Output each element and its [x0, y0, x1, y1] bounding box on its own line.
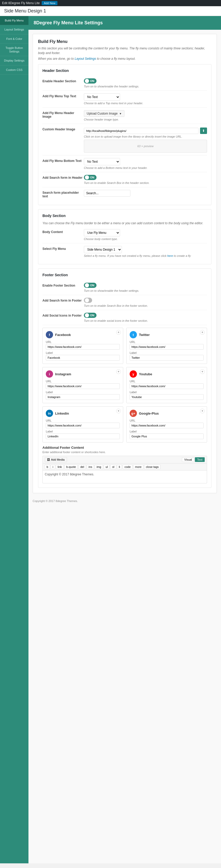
select-fly-menu-select[interactable]: Side Menu Design 1: [84, 246, 122, 253]
social-add-button-instagram[interactable]: +: [116, 369, 121, 374]
format-toolbar: bilinkb-quotedelinsimgulollicodemoreclos…: [42, 464, 207, 470]
footer-search-control: Turn on to enable Search Box in the foot…: [84, 298, 207, 307]
social-card-title-facebook: Facebook: [55, 333, 71, 337]
social-label-input-facebook[interactable]: [46, 355, 120, 361]
social-add-button-facebook[interactable]: +: [116, 330, 121, 335]
social-url-label-linkedin: URL: [46, 419, 120, 422]
sidebar-item-layout-settings[interactable]: Layout Settings: [0, 25, 28, 34]
social-label-input-youtube[interactable]: [130, 394, 204, 400]
social-icons-row: Add Social Icons in Footer ON Turn on to…: [42, 310, 207, 325]
social-url-input-linkedin[interactable]: [46, 423, 120, 428]
format-btn-img[interactable]: img: [95, 465, 103, 469]
format-btn-ul[interactable]: ul: [104, 465, 110, 469]
add-new-button[interactable]: Add New: [42, 1, 58, 5]
social-url-label-facebook: URL: [46, 340, 120, 343]
bottom-text-hint: Choose to add a Bottom menu text in your…: [84, 166, 207, 169]
social-label-label-instagram: Label: [46, 391, 120, 394]
social-label-input-googleplus[interactable]: [130, 433, 204, 439]
social-label-input-twitter[interactable]: [130, 355, 204, 361]
copyright-text: Copyright © 2017 8degree Themes.: [28, 497, 221, 503]
build-fly-menu-desc1: In this section you will be controlling …: [38, 46, 212, 55]
enable-footer-control: ON Turn on to show/enable the header set…: [84, 283, 207, 292]
layout-settings-link[interactable]: Layout Settings: [74, 57, 96, 61]
add-media-button[interactable]: 🖼 Add Media: [45, 457, 67, 462]
body-section-desc: You can choose the Fly menu border to be…: [42, 221, 207, 225]
sidebar-item-build-fly-menu[interactable]: Build Fly Menu: [0, 16, 28, 25]
social-url-label-twitter: URL: [130, 340, 204, 343]
header-section: Header Section Enable Header Section ON …: [38, 64, 212, 205]
body-content-control: Use Fly Menu Custom Content Choose body …: [84, 229, 207, 241]
upload-btn-arrow: ▼: [119, 112, 122, 115]
header-image-row: Add Fly Menu Header Image Upload Custom …: [42, 107, 207, 124]
social-url-input-youtube[interactable]: [130, 383, 204, 389]
bottom-text-control: No Text Custom Text Choose to add a Bott…: [84, 158, 207, 169]
social-icons-control: ON Turn on to enable social icons in the…: [84, 313, 207, 322]
social-card-title-twitter: Twitter: [139, 333, 150, 337]
body-content-row: Body Content Use Fly Menu Custom Content…: [42, 226, 207, 243]
sidebar-item-display-settings[interactable]: Display Settings: [0, 56, 28, 65]
editor-mode-buttons: Visual Text: [182, 457, 205, 462]
social-add-button-linkedin[interactable]: +: [116, 409, 121, 413]
bottom-text-select[interactable]: No Text Custom Text: [84, 158, 120, 165]
visual-mode-button[interactable]: Visual: [182, 457, 194, 462]
upload-icon-button[interactable]: ⬆: [200, 127, 207, 134]
social-card-twitter: + t Twitter URL Label: [126, 328, 207, 364]
social-label-input-instagram[interactable]: [46, 394, 120, 400]
social-icons-toggle[interactable]: ON: [84, 313, 97, 318]
format-btn-more[interactable]: more: [133, 465, 144, 469]
format-btn-link[interactable]: link: [56, 465, 64, 469]
format-btn-ins[interactable]: ins: [87, 465, 94, 469]
top-bar-title: Edit 8Degree Fly Menu Lite: [2, 1, 40, 5]
text-mode-button[interactable]: Text: [195, 457, 205, 462]
format-btn-ol[interactable]: ol: [110, 465, 116, 469]
social-add-button-youtube[interactable]: +: [200, 369, 205, 374]
enable-footer-toggle[interactable]: ON: [84, 283, 97, 288]
top-text-select[interactable]: No Text Custom Text: [84, 93, 120, 101]
sidebar-item-font-color[interactable]: Font & Color: [0, 34, 28, 43]
format-btn-b-quote[interactable]: b-quote: [64, 465, 77, 469]
social-url-label-googleplus: URL: [130, 419, 204, 422]
top-text-row: Add Fly Menu Top Text No Text Custom Tex…: [42, 91, 207, 107]
format-btn-del[interactable]: del: [78, 465, 86, 469]
social-url-input-googleplus[interactable]: [130, 423, 204, 428]
format-btn-i[interactable]: i: [51, 465, 55, 469]
search-placeholder-control: [84, 190, 207, 196]
social-label-input-linkedin[interactable]: [46, 433, 120, 439]
build-fly-menu-section: Build Fly Menu In this section you will …: [33, 34, 217, 493]
sidebar-item-custom-css[interactable]: Custom CSS: [0, 65, 28, 74]
format-btn-close-tags[interactable]: close tags: [144, 465, 161, 469]
social-url-input-instagram[interactable]: [46, 383, 120, 389]
top-text-hint: Choose to add a Top menu text in your he…: [84, 102, 207, 105]
toggle-circle: [85, 79, 89, 83]
add-media-label: Add Media: [51, 458, 65, 461]
social-icon-instagram: i: [46, 370, 53, 378]
enable-header-hint: Turn on to show/enable the header settin…: [84, 85, 207, 88]
social-url-input-twitter[interactable]: [130, 344, 204, 350]
social-card-instagram: + i Instagram URL Label: [42, 367, 123, 403]
toggle-on-label: ON: [90, 284, 94, 287]
format-btn-b[interactable]: b: [45, 465, 50, 469]
custom-header-image-input[interactable]: [84, 128, 198, 134]
desc2-end-text: to choose a fly menu layout.: [97, 57, 136, 61]
social-url-input-facebook[interactable]: [46, 344, 120, 350]
sidebar-item-toggle-button-settings[interactable]: Toggle Button Settings: [0, 43, 28, 56]
social-add-button-twitter[interactable]: +: [200, 330, 205, 335]
format-btn-code[interactable]: code: [123, 465, 132, 469]
search-placeholder-input[interactable]: [84, 190, 130, 196]
editor-area[interactable]: Copyright © 2017 8degree Themes.: [42, 470, 207, 484]
page-subtitle: Side Menu Design 1: [0, 6, 221, 16]
top-text-label: Add Fly Menu Top Text: [42, 93, 84, 98]
create-fly-menu-link[interactable]: here: [167, 254, 173, 257]
upload-custom-image-button[interactable]: Upload Custom Image ▼: [84, 110, 124, 117]
footer-search-toggle[interactable]: [84, 298, 92, 303]
header-search-toggle[interactable]: ON: [84, 175, 97, 180]
enable-header-toggle[interactable]: ON: [84, 79, 97, 84]
body-content-select[interactable]: Use Fly Menu Custom Content: [84, 229, 120, 237]
social-add-button-googleplus[interactable]: +: [200, 409, 205, 413]
body-section-title: Body Section: [42, 214, 207, 218]
editor-toolbar-left: 🖼 Add Media: [45, 457, 67, 462]
footer-search-label: Add Search form in Footer: [42, 298, 84, 302]
format-btn-li[interactable]: li: [117, 465, 122, 469]
body-content-label: Body Content: [42, 229, 84, 234]
footer-section-title: Footer Section: [42, 273, 207, 277]
